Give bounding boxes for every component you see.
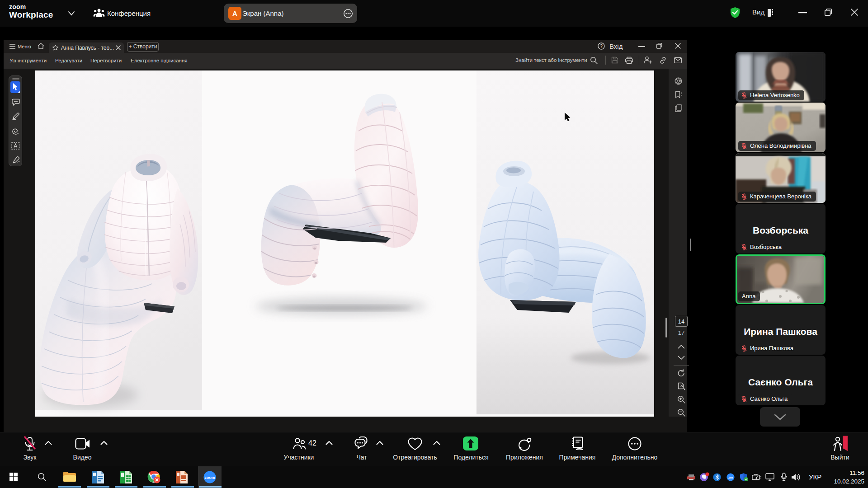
svg-text:?: ? — [600, 44, 603, 49]
svg-text:zoom: zoom — [204, 475, 215, 480]
svg-text:zm: zm — [728, 475, 733, 479]
